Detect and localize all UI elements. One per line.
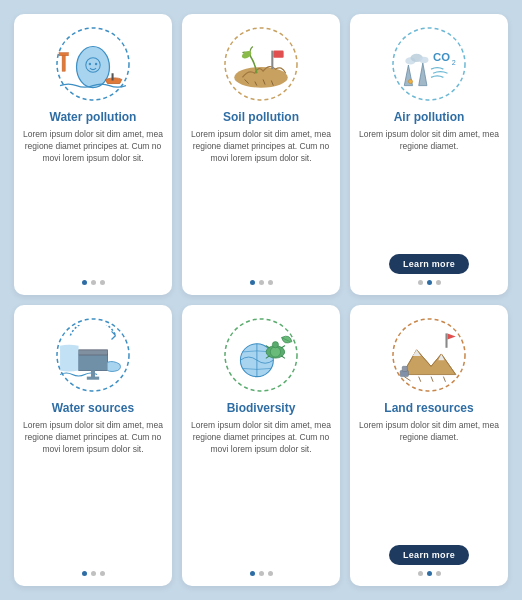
svg-point-16	[419, 57, 428, 63]
card-text: Lorem ipsum dolor sit dim amet, mea regi…	[358, 129, 500, 248]
pagination-dots	[250, 280, 273, 285]
card-text: Lorem ipsum dolor sit dim amet, mea regi…	[22, 420, 164, 565]
card-text: Lorem ipsum dolor sit dim amet, mea regi…	[358, 420, 500, 539]
pagination-dots	[418, 280, 441, 285]
card-grid: Water pollution Lorem ipsum dolor sit di…	[0, 0, 522, 600]
card-title: Soil pollution	[223, 110, 299, 124]
learn-more-button-2[interactable]: Learn more	[389, 545, 469, 565]
card-water-pollution: Water pollution Lorem ipsum dolor sit di…	[14, 14, 172, 295]
svg-point-29	[272, 342, 278, 348]
card-biodiversity: Biodiversity Lorem ipsum dolor sit dim a…	[182, 305, 340, 586]
svg-rect-7	[112, 73, 114, 80]
svg-rect-6	[59, 53, 68, 56]
svg-rect-21	[79, 354, 108, 370]
illustration-land-resources	[384, 315, 474, 395]
svg-text:2: 2	[452, 58, 456, 67]
dot-3	[268, 280, 273, 285]
dot-1	[250, 280, 255, 285]
card-title: Air pollution	[394, 110, 465, 124]
illustration-air-pollution: CO 2	[384, 24, 474, 104]
illustration-biodiversity	[216, 315, 306, 395]
svg-point-4	[95, 63, 97, 65]
card-text: Lorem ipsum dolor sit dim amet, mea regi…	[190, 420, 332, 565]
dot-3	[100, 571, 105, 576]
svg-rect-11	[271, 51, 273, 70]
card-text: Lorem ipsum dolor sit dim amet, mea regi…	[190, 129, 332, 274]
card-soil-pollution: Soil pollution Lorem ipsum dolor sit dim…	[182, 14, 340, 295]
svg-rect-22	[79, 350, 108, 355]
illustration-water-pollution	[48, 24, 138, 104]
dot-1	[250, 571, 255, 576]
svg-text:CO: CO	[433, 51, 450, 63]
dot-1	[418, 571, 423, 576]
dot-3	[268, 571, 273, 576]
card-title: Water pollution	[50, 110, 137, 124]
svg-point-10	[241, 49, 253, 59]
svg-point-19	[408, 79, 412, 83]
card-title: Biodiversity	[227, 401, 296, 415]
svg-rect-5	[62, 55, 65, 71]
svg-rect-31	[445, 333, 447, 347]
dot-1	[82, 571, 87, 576]
svg-point-9	[234, 67, 288, 88]
pagination-dots	[82, 280, 105, 285]
dot-2	[427, 571, 432, 576]
illustration-soil-pollution	[216, 24, 306, 104]
dot-2	[427, 280, 432, 285]
learn-more-button[interactable]: Learn more	[389, 254, 469, 274]
pagination-dots	[250, 571, 273, 576]
dot-3	[436, 571, 441, 576]
svg-rect-33	[402, 366, 407, 371]
dot-1	[418, 280, 423, 285]
card-air-pollution: CO 2 Air pollution Lorem ipsum dolor sit…	[350, 14, 508, 295]
svg-point-3	[89, 63, 91, 65]
dot-3	[100, 280, 105, 285]
card-water-sources: Water sources Lorem ipsum dolor sit dim …	[14, 305, 172, 586]
card-title: Land resources	[384, 401, 473, 415]
card-land-resources: Land resources Lorem ipsum dolor sit dim…	[350, 305, 508, 586]
card-text: Lorem ipsum dolor sit dim amet, mea regi…	[22, 129, 164, 274]
pagination-dots	[418, 571, 441, 576]
illustration-water-sources	[48, 315, 138, 395]
dot-2	[259, 280, 264, 285]
dot-3	[436, 280, 441, 285]
dot-1	[82, 280, 87, 285]
svg-rect-24	[87, 377, 99, 380]
svg-rect-12	[273, 51, 283, 58]
dot-2	[259, 571, 264, 576]
svg-point-28	[270, 347, 280, 357]
card-title: Water sources	[52, 401, 134, 415]
pagination-dots	[82, 571, 105, 576]
svg-point-1	[77, 47, 110, 88]
dot-2	[91, 571, 96, 576]
dot-2	[91, 280, 96, 285]
